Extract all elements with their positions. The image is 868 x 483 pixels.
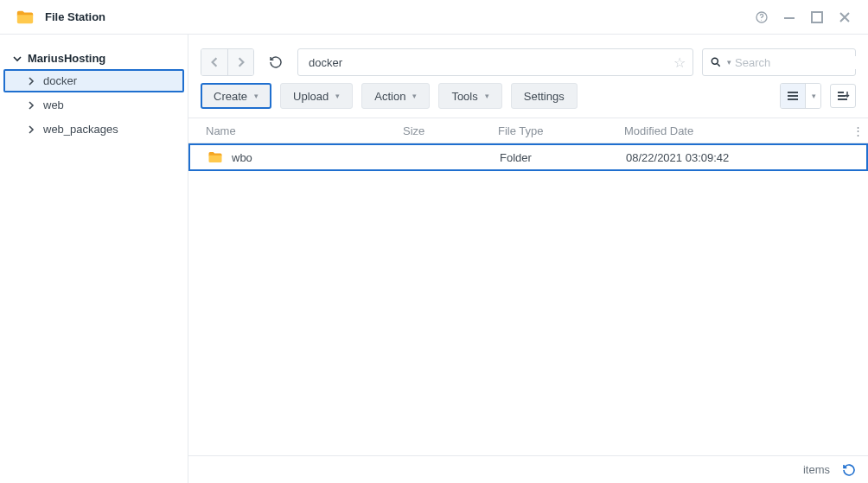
cell-date: 08/22/2021 03:09:42: [617, 151, 866, 164]
column-more-icon[interactable]: ⋮: [847, 124, 868, 137]
search-box[interactable]: ▾: [702, 48, 856, 76]
help-button[interactable]: [750, 6, 773, 29]
search-dropdown-icon[interactable]: ▾: [727, 58, 731, 67]
sort-button[interactable]: [830, 84, 856, 108]
nav-forward-button[interactable]: [227, 49, 253, 75]
tools-button[interactable]: Tools ▾: [438, 83, 501, 109]
titlebar: File Station: [0, 0, 868, 35]
search-icon: [710, 56, 722, 68]
svg-point-4: [712, 58, 718, 64]
chevron-down-icon: ▾: [254, 92, 258, 100]
items-label: items: [803, 463, 830, 476]
column-date[interactable]: Modified Date: [616, 124, 847, 137]
app-folder-icon: [16, 8, 35, 27]
chevron-down-icon: ▾: [412, 92, 417, 100]
caret-down-icon: [12, 54, 22, 64]
button-label: Create: [214, 90, 247, 103]
column-name[interactable]: Name: [197, 124, 394, 137]
caret-right-icon: [26, 100, 36, 111]
view-list-button[interactable]: [781, 84, 805, 108]
close-button[interactable]: [833, 6, 856, 29]
path-text: docker: [305, 56, 673, 69]
view-dropdown-button[interactable]: ▾: [805, 84, 820, 108]
svg-rect-5: [788, 92, 798, 93]
caret-right-icon: [26, 76, 36, 86]
svg-rect-10: [838, 99, 847, 100]
chevron-down-icon: ▾: [485, 92, 489, 100]
button-label: Settings: [524, 90, 565, 103]
star-icon[interactable]: ☆: [673, 54, 686, 71]
nav-group: [201, 48, 254, 76]
sidebar-item-label: web: [43, 99, 64, 111]
table-body: wbo Folder 08/22/2021 03:09:42: [188, 143, 868, 455]
row-name: wbo: [232, 151, 252, 164]
chevron-down-icon: ▾: [812, 92, 816, 100]
svg-rect-7: [788, 99, 798, 100]
settings-button[interactable]: Settings: [511, 83, 578, 109]
tree-root[interactable]: MariusHosting: [0, 48, 188, 68]
table-header: Name Size File Type Modified Date ⋮: [188, 118, 868, 143]
toolbar-nav: docker ☆ ▾: [188, 35, 868, 83]
maximize-button[interactable]: [806, 6, 828, 29]
svg-rect-6: [788, 95, 798, 97]
cell-name: wbo: [199, 149, 396, 165]
sidebar-item-web-packages[interactable]: web_packages: [3, 118, 184, 141]
sidebar: MariusHosting docker web web_packages: [0, 35, 188, 483]
svg-point-1: [761, 19, 762, 20]
column-type[interactable]: File Type: [489, 124, 616, 137]
button-label: Action: [374, 90, 405, 103]
path-input[interactable]: docker ☆: [297, 48, 693, 76]
sidebar-item-web[interactable]: web: [3, 93, 184, 117]
svg-rect-8: [838, 92, 844, 93]
column-size[interactable]: Size: [394, 124, 489, 137]
svg-rect-9: [838, 95, 846, 97]
app-title: File Station: [45, 10, 105, 23]
action-button[interactable]: Action ▾: [361, 83, 430, 109]
refresh-button[interactable]: [842, 463, 856, 477]
sidebar-item-docker[interactable]: docker: [3, 69, 184, 92]
minimize-button[interactable]: [778, 6, 801, 29]
button-label: Upload: [293, 90, 329, 103]
caret-right-icon: [26, 124, 36, 135]
tree-root-label: MariusHosting: [28, 52, 105, 65]
folder-icon: [207, 149, 223, 165]
chevron-down-icon: ▾: [335, 92, 340, 100]
upload-button[interactable]: Upload ▾: [280, 83, 353, 109]
svg-rect-3: [812, 12, 822, 22]
sidebar-item-label: web_packages: [43, 123, 118, 136]
search-input[interactable]: [735, 56, 868, 69]
toolbar-actions: Create ▾ Upload ▾ Action ▾ Tools ▾ Setti…: [188, 83, 868, 118]
sidebar-item-label: docker: [43, 74, 77, 87]
reload-button[interactable]: [263, 49, 289, 75]
main: docker ☆ ▾ Create ▾ Upload ▾ Action: [188, 35, 868, 483]
view-mode-group: ▾: [780, 83, 821, 109]
table-row[interactable]: wbo Folder 08/22/2021 03:09:42: [188, 143, 868, 171]
nav-back-button[interactable]: [201, 49, 227, 75]
statusbar: items: [188, 455, 868, 483]
create-button[interactable]: Create ▾: [201, 83, 271, 109]
svg-rect-2: [784, 17, 795, 19]
button-label: Tools: [451, 90, 477, 103]
cell-type: Folder: [491, 151, 617, 164]
